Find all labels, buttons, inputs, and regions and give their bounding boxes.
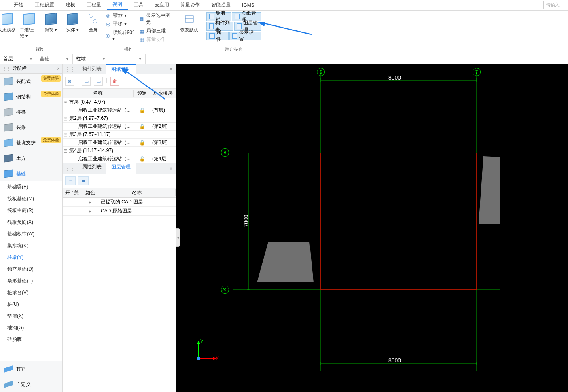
svg-text:Y: Y [200,339,203,344]
lock-icon[interactable]: 🔓 [134,108,150,113]
nav-subitem[interactable]: 集水坑(K) [0,240,62,252]
nav-subitem[interactable]: 基础板带(W) [0,228,62,240]
close-icon[interactable]: × [57,66,60,72]
nav-panel-header: ⋮⋮ 导航栏 × [0,64,62,74]
checkbox[interactable] [70,208,75,213]
nav-subitem[interactable]: 地沟(G) [0,322,62,334]
doc-icon[interactable]: ▭ [82,77,91,86]
nav-subitem[interactable]: 柱墩(Y) [0,252,62,263]
component-tabs: ⋮⋮ 构件列表图纸管理 × [63,64,176,74]
nav-category[interactable]: 基坑支护免费体验 [0,135,62,150]
table-row[interactable]: ▸CAD 原始图层 [63,207,176,216]
property-tabs: ⋮⋮ 属性列表图层管理 × [63,163,176,174]
menu-tab[interactable]: 算量协作 [175,0,206,10]
lock-icon[interactable]: 🔓 [134,156,150,162]
axis-widget: Y X [192,338,220,368]
menu-tab[interactable]: 工具 [128,0,149,10]
table-row[interactable]: ⊟第4层 (11.17~14.97) [63,147,176,155]
restore-default-button[interactable]: 恢复默认 [180,12,199,33]
nav-subitem[interactable]: 筏板主筋(R) [0,205,62,216]
panel-tab[interactable]: 图纸管理 [106,64,136,74]
ribbon: 动态观察 ▾二维/三维 ▾俯视 ▾实体 ▾ 视图 全屏 ◎缩放 ▾◎平移 ▾◎顺… [0,11,568,54]
menu-tab[interactable]: 视图 [107,0,128,10]
svg-rect-2 [185,16,193,22]
nav-subitem[interactable]: 筏板基础(M) [0,193,62,205]
nav-category[interactable]: 基础 [0,166,62,181]
table-row[interactable]: ⊟首层 (0.47~4.97) [63,98,176,106]
lock-icon[interactable]: 🔓 [134,124,150,129]
search-input[interactable]: 请输入 [543,1,562,9]
table-row[interactable]: 启程工业建筑转运站（...🔓(第3层) [63,139,176,147]
op-item[interactable]: ▦局部三维 [138,28,172,34]
nav-subitem[interactable]: 垫层(X) [0,310,62,322]
layer-tool1-icon[interactable]: ≡ [65,176,76,185]
op-item[interactable]: ▦显示选中图元 [138,12,172,26]
op-item[interactable]: ◎顺旋转90° ▾ [105,29,135,42]
view-button[interactable]: 动态观察 ▾ [0,12,17,38]
layer-tool2-icon[interactable]: ≣ [78,176,89,185]
lock-icon[interactable]: 🔓 [134,140,150,146]
nav-subitem[interactable]: 砖胎膜 [0,334,62,345]
selector-dropdown[interactable]: ▼ [109,54,146,64]
view-button[interactable]: 实体 ▾ [64,12,82,33]
table-row[interactable]: 启程工业建筑转运站（...🔓(首层) [63,106,176,114]
menu-tab[interactable]: 工程量 [81,0,107,10]
nav-category[interactable]: 装修 [0,120,62,135]
delete-icon[interactable]: 🗑 [110,77,119,86]
main-menu: 开始工程设置建模工程量视图工具云应用算量协作智能提量IGMS [0,0,568,11]
nav-subitem[interactable]: 条形基础(T) [0,275,62,287]
menu-tab[interactable]: IGMS [236,0,260,10]
table-row[interactable]: ⊟第2层 (4.97~7.67) [63,114,176,123]
nav-category[interactable]: 自定义 [0,377,62,392]
fullscreen-button[interactable]: 全屏 [85,12,102,33]
checkbox[interactable] [70,199,75,204]
nav-subitem[interactable]: 筏板负筋(X) [0,216,62,228]
selector-bar: 首层▼基础▼柱墩▼▼ [0,54,568,64]
ribbon-group-label: 操作 [124,44,133,54]
drawing-toolbar: ⊕ | ▭ ▭ | 🗑 [63,74,176,89]
nav-category[interactable]: 其它 [0,361,62,377]
nav-subitem[interactable]: 基础梁(F) [0,181,62,193]
selector-dropdown[interactable]: 首层▼ [0,54,36,64]
panel-tab[interactable]: 图层管理 [106,163,136,174]
viewport[interactable]: ◂ 67BA2 800070008000 Y X [176,64,568,392]
close-icon[interactable]: × [166,166,176,172]
selector-dropdown[interactable]: 柱墩▼ [73,54,109,64]
dimension-text: 7000 [243,214,249,227]
add-icon[interactable]: ⊕ [65,77,74,86]
menu-tab[interactable]: 智能提量 [206,0,236,10]
table-row[interactable]: ⊟第3层 (7.67~11.17) [63,131,176,139]
drawing-table-header: 名称 锁定 对应楼层 [63,89,176,98]
op-item[interactable]: ◎平移 ▾ [105,21,135,28]
selector-dropdown[interactable]: 基础▼ [36,54,73,64]
op-item[interactable]: ◎缩放 ▾ [105,12,135,19]
nav-subitem[interactable]: 桩承台(V) [0,287,62,299]
doc2-icon[interactable]: ▭ [94,77,103,86]
menu-tab[interactable]: 开始 [8,0,29,10]
table-row[interactable]: 启程工业建筑转运站（...🔓(第4层) [63,155,176,163]
view-button[interactable]: 二维/三维 ▾ [20,12,38,39]
menu-tab[interactable]: 工程设置 [29,0,60,10]
nav-category[interactable]: 土方 [0,150,62,166]
dimension-text: 8000 [388,357,401,364]
ui-panel-button[interactable]: 显示设置 [229,32,261,40]
nav-subitem[interactable]: 独立基础(D) [0,263,62,275]
op-item: ▦算量协作 [138,36,172,43]
layer-table-header: 开 / 关 颜色 名称 [63,188,176,198]
menu-tab[interactable]: 建模 [60,0,81,10]
svg-rect-8 [321,153,477,290]
table-row[interactable]: ▸已提取的 CAD 图层 [63,198,176,207]
svg-point-24 [197,357,200,360]
nav-category[interactable]: 钢结构免费体验 [0,89,62,104]
svg-marker-18 [257,242,314,282]
nav-category[interactable]: 楼梯 [0,104,62,120]
panel-tab[interactable]: 构件列表 [77,64,106,74]
panel-tab[interactable]: 属性列表 [77,163,106,174]
nav-category[interactable]: 装配式免费体验 [0,74,62,89]
nav-subitem[interactable]: 桩(U) [0,299,62,310]
close-icon[interactable]: × [166,66,176,72]
table-row[interactable]: 启程工业建筑转运站（...🔓(第2层) [63,123,176,131]
view-button[interactable]: 俯视 ▾ [42,12,60,33]
ui-panel-button[interactable]: 属性 [206,32,229,40]
menu-tab[interactable]: 云应用 [149,0,175,10]
